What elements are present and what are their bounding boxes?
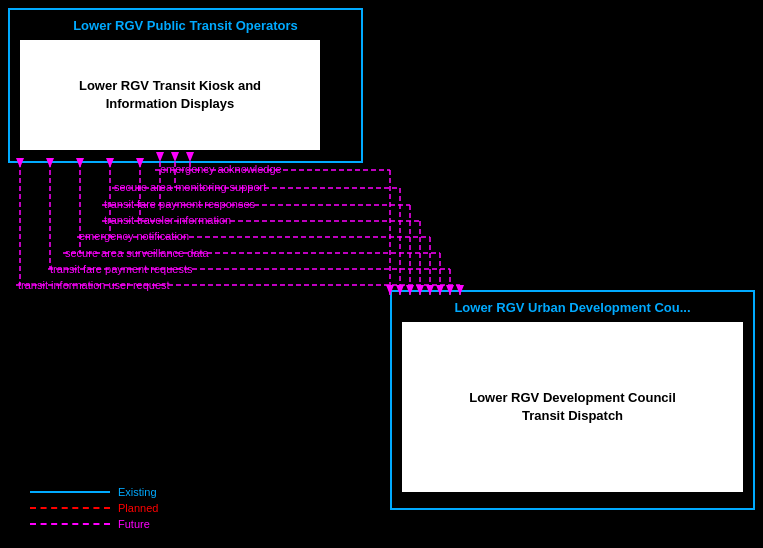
label-transit-fare-requests: transit fare payment requests	[50, 263, 192, 275]
legend-line-future	[30, 523, 110, 525]
legend: Existing Planned Future	[30, 486, 158, 530]
right-outer-box: Lower RGV Urban Development Cou... Lower…	[390, 290, 755, 510]
legend-line-existing	[30, 491, 110, 493]
flow-labels-container: emergency acknowledge secure area monito…	[0, 160, 763, 290]
label-transit-info-request: transit information user request	[18, 279, 170, 291]
left-inner-box: Lower RGV Transit Kiosk andInformation D…	[20, 40, 320, 150]
label-secure-surveillance: secure area surveillance data	[65, 247, 209, 259]
label-transit-fare-responses: transit fare payment responses	[104, 198, 255, 210]
right-inner-label: Lower RGV Development CouncilTransit Dis…	[469, 389, 676, 425]
left-outer-box: Lower RGV Public Transit Operators Lower…	[8, 8, 363, 163]
label-emergency-notification: emergency notification	[79, 230, 189, 242]
left-outer-label: Lower RGV Public Transit Operators	[10, 18, 361, 33]
label-transit-traveler-info: transit traveler information	[104, 214, 231, 226]
label-emergency-acknowledge: emergency acknowledge	[160, 163, 282, 175]
legend-item-planned: Planned	[30, 502, 158, 514]
legend-item-existing: Existing	[30, 486, 158, 498]
legend-item-future: Future	[30, 518, 158, 530]
label-secure-area-monitoring: secure area monitoring support	[114, 181, 266, 193]
right-outer-label: Lower RGV Urban Development Cou...	[392, 300, 753, 315]
legend-line-planned	[30, 507, 110, 509]
left-inner-label: Lower RGV Transit Kiosk andInformation D…	[79, 77, 261, 113]
legend-label-existing: Existing	[118, 486, 157, 498]
right-inner-box: Lower RGV Development CouncilTransit Dis…	[402, 322, 743, 492]
legend-label-planned: Planned	[118, 502, 158, 514]
legend-label-future: Future	[118, 518, 150, 530]
